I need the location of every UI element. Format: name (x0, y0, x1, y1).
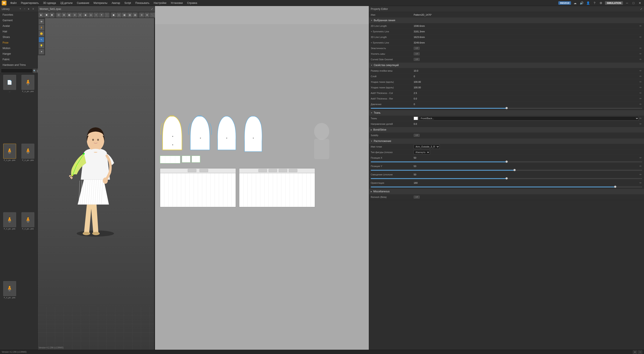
help-icon[interactable]: ? (592, 1, 597, 5)
search-input[interactable] (1, 69, 33, 73)
menu-avatar[interactable]: Аватар (110, 1, 122, 5)
sim-btn1[interactable]: ▶ (39, 12, 44, 17)
mat-btn3[interactable]: ▦ (122, 12, 127, 17)
more-btn1[interactable]: ⊚ (139, 12, 144, 17)
figure-type-dropdown[interactable]: Изогнуто (414, 150, 430, 154)
nav-favorites[interactable]: Favorites (0, 12, 38, 17)
settings-icon[interactable]: ⚙ (598, 1, 603, 5)
pos-y-slider[interactable] (371, 170, 642, 171)
mat-btn4[interactable]: ▧ (127, 12, 132, 17)
edit-icon[interactable]: ✏ (639, 86, 642, 89)
menu-script[interactable]: Script (122, 1, 133, 5)
expand-icon[interactable]: ▸ (28, 7, 32, 11)
list-status-btn[interactable]: ≡ (638, 350, 642, 354)
menu-show[interactable]: Показывать (134, 1, 151, 5)
pattern-window[interactable] (155, 6, 369, 350)
menu-materials[interactable]: Материалы (92, 1, 109, 5)
edit-icon[interactable]: ✏ (639, 91, 642, 95)
view-btn5[interactable]: ⊙ (78, 12, 83, 17)
offset-slider[interactable] (371, 178, 642, 179)
close-icon[interactable]: ✕ (638, 1, 642, 5)
extra-btn[interactable]: ✦ (39, 49, 44, 54)
edit-icon[interactable]: ✏ (639, 181, 642, 184)
list-item[interactable]: 🧍 F_A_po...pos (19, 212, 37, 280)
list-item[interactable]: 🧍 F_A_po...pos (1, 212, 18, 280)
mat-btn2[interactable]: ◻ (116, 12, 122, 17)
list-icon[interactable]: ≡ (32, 7, 36, 11)
view-btn4[interactable]: ⊘ (72, 12, 77, 17)
nav-hanger[interactable]: Hanger (0, 51, 38, 57)
split-handle[interactable] (154, 18, 155, 350)
misc-section-header[interactable]: ▶ Miscellaneous (369, 189, 644, 194)
menu-install[interactable]: Установки (169, 1, 184, 5)
nav-motion[interactable]: Motion (0, 45, 38, 51)
orientation-thumb[interactable] (614, 186, 616, 188)
edit-icon[interactable]: ✏ (639, 117, 642, 120)
menu-2d[interactable]: 2Д детали (58, 1, 74, 5)
simulation-section-header[interactable]: ▼ Свойства симуляций (369, 62, 644, 68)
more-btn3[interactable]: ⋱ (150, 12, 155, 17)
add-icon[interactable]: + (20, 7, 23, 11)
nav-garment[interactable]: Garment (0, 17, 38, 23)
nav-avatar[interactable]: Avatar (0, 23, 38, 29)
select-btn[interactable]: ↖ (39, 37, 44, 42)
edit-icon[interactable]: ✏ (639, 80, 642, 84)
menu-3d[interactable]: 3D одежда (41, 1, 58, 5)
list-item[interactable]: 🧍 F_A_po...pos (1, 281, 18, 349)
nav-pose[interactable]: Pose (0, 40, 38, 45)
view-btn8[interactable]: ⌖ (94, 12, 99, 17)
edit-icon[interactable]: ✏ (639, 58, 642, 61)
maximize-icon[interactable]: □ (631, 1, 636, 5)
view-btn6[interactable]: ◉ (83, 12, 88, 17)
view-btn3[interactable]: ◧ (67, 12, 72, 17)
sim-btn3[interactable]: ⏺ (49, 12, 54, 17)
selected-line-header[interactable]: ▼ Выбранная линия (369, 17, 644, 23)
view-btn10[interactable]: ⋮ (104, 12, 110, 17)
point-name-dropdown[interactable]: Arm_Outside_3_R (414, 145, 440, 149)
remesh-toggle[interactable]: Off (414, 195, 642, 198)
menu-edit[interactable]: Редактировать (19, 1, 40, 5)
menu-sew[interactable]: Сшивание (75, 1, 91, 5)
fabric-section-header[interactable]: ▼ Ткань (369, 110, 644, 116)
fabric-dropdown[interactable]: Front/Back... (419, 116, 639, 121)
sim-btn2[interactable]: ⏹ (44, 12, 49, 17)
pos-x-slider[interactable] (371, 162, 642, 162)
minimize-icon[interactable]: ─ (625, 1, 630, 5)
nav-hair[interactable]: Hair (0, 29, 38, 34)
expand-prop-icon[interactable]: ⤢ (640, 7, 642, 10)
edit-icon[interactable]: ✏ (639, 156, 642, 160)
cloud-icon[interactable]: ☁ (573, 1, 578, 5)
expand-3d-icon[interactable]: ⤢ (151, 7, 153, 10)
mat-btn5[interactable]: ▨ (132, 12, 138, 17)
edit-icon[interactable]: ✏ (639, 24, 642, 28)
pressure-slider-thumb[interactable] (506, 107, 508, 109)
solidify-toggle[interactable]: Off (414, 134, 642, 137)
user-icon[interactable]: 👤 (586, 1, 590, 5)
speaker-icon[interactable]: 🔊 (579, 1, 584, 5)
orientation-slider[interactable] (371, 186, 642, 187)
view-btn2[interactable]: ⊞ (62, 12, 66, 17)
more-btn2[interactable]: ⊗ (144, 12, 150, 17)
edit-icon[interactable]: ✏ (639, 75, 642, 78)
minus-icon[interactable]: − (24, 7, 27, 11)
view-btn7[interactable]: ◎ (88, 12, 94, 17)
avatar-btn[interactable]: 🧍 (39, 25, 44, 30)
pos-x-thumb[interactable] (506, 161, 508, 163)
offset-thumb[interactable] (506, 177, 508, 179)
list-item[interactable]: 🧍 F_A_po...pos (19, 144, 37, 212)
mat-btn1[interactable]: ◼ (111, 12, 116, 17)
reinforce-toggle[interactable]: Off (414, 52, 639, 55)
edit-icon[interactable]: ✏ (639, 97, 642, 100)
elasticity-toggle[interactable]: Off (414, 47, 639, 50)
curved-toggle[interactable]: Off (414, 58, 639, 61)
list-item[interactable]: 🧍 F_A_po...pos (1, 144, 18, 212)
viewport-3d[interactable]: Version 4.2.296 (c139W0) (38, 18, 155, 350)
view-btn1[interactable]: ⊡ (56, 12, 61, 17)
grid-status-btn[interactable]: ⊞ (633, 350, 637, 354)
bond-section-header[interactable]: ▶ Bond/Skive (369, 127, 644, 133)
face-btn[interactable]: 😊 (39, 31, 44, 36)
pressure-slider[interactable] (371, 108, 642, 109)
pos-y-thumb[interactable] (514, 169, 516, 171)
edit-icon[interactable]: ✏ (639, 69, 642, 72)
nav-hardware[interactable]: Hardware and Trims (0, 62, 38, 68)
